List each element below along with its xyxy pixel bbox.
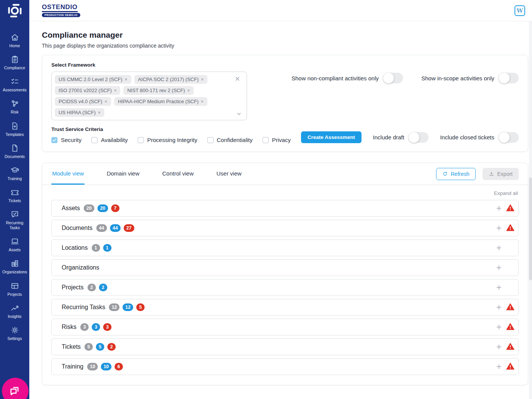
checkbox-unchecked-icon[interactable] [207,137,213,143]
tab-control-view[interactable]: Control view [161,163,194,185]
ostendio-brand[interactable]: OSTENDIO PRODUCTION DEMO.IO [42,4,80,17]
module-row-documents[interactable]: Documents 444427 + [51,220,519,236]
count-badge-blue: 10 [101,363,111,370]
sidebar-item-organizations[interactable]: Organizations [0,259,29,275]
count-badge-red: 5 [136,303,145,311]
chip-remove-icon[interactable]: × [125,77,127,82]
framework-chip[interactable]: HIPAA-HICP Medium Practice (SCF) × [114,97,207,106]
sidebar-item-projects[interactable]: Projects [0,281,29,297]
chevron-down-icon[interactable] [236,111,242,117]
module-row-recurring-tasks[interactable]: Recurring Tasks 12125 + [51,299,519,316]
refresh-button[interactable]: Refresh [436,168,476,180]
checkbox-checked-icon[interactable] [51,137,57,143]
projects-icon [10,281,19,290]
count-badge-gray: 12 [109,303,119,311]
include-draft-toggle[interactable] [409,132,428,143]
expand-plus-icon[interactable]: + [494,243,504,252]
chip-remove-icon[interactable]: × [98,110,100,115]
sidebar-item-home[interactable]: Home [0,33,29,48]
framework-chip[interactable]: ISO 27001 v2022 (SCF) × [55,86,120,95]
chip-remove-icon[interactable]: × [201,99,204,104]
warning-icon [506,204,515,213]
count-badge-blue: 3 [92,323,100,331]
chip-remove-icon[interactable]: × [187,88,190,93]
noncompliant-toggle[interactable] [383,73,403,83]
clear-selection-icon[interactable] [234,76,241,82]
page-scrollbar[interactable] [529,21,532,399]
framework-chip[interactable]: AICPA SOC 2 (2017) (SCF) × [134,75,207,84]
criterion-availability[interactable]: Availability [91,137,128,143]
sidebar-item-tickets[interactable]: Tickets [0,188,29,203]
module-row-risks[interactable]: Risks 333 + [51,319,519,335]
count-badge-gray: 5 [84,343,93,351]
count-badge-gray: 20 [84,204,94,212]
criterion-privacy[interactable]: Privacy [263,137,291,143]
chip-remove-icon[interactable]: × [105,99,107,104]
include-closed-label: Include closed tickets [440,134,494,140]
framework-chip[interactable]: PCIDSS v4.0 (SCF) × [55,97,111,106]
documents-icon [10,144,19,153]
count-badge-red: 3 [103,323,111,331]
sidebar-item-risk[interactable]: Risk [0,99,29,115]
ostendio-logo-mark-icon[interactable] [0,0,29,21]
sidebar-item-recurring-tasks[interactable]: Recurring Tasks [0,210,29,230]
expand-plus-icon[interactable]: + [494,204,504,213]
criterion-security[interactable]: Security [51,137,81,143]
sidebar-item-assets[interactable]: Assets [0,237,29,252]
sidebar-item-documents[interactable]: Documents [0,144,29,159]
trust-criteria-row: Security Availability Processing Integri… [51,137,291,143]
sidebar-item-settings[interactable]: Settings [0,326,29,341]
chip-remove-icon[interactable]: × [201,77,204,82]
expand-plus-icon[interactable]: + [494,223,504,233]
count-badge-blue: 1 [103,244,111,252]
browser-extension-button[interactable]: W [514,5,525,16]
expand-plus-icon[interactable]: + [494,283,504,292]
tab-user-view[interactable]: User view [216,163,242,185]
inscope-toggle[interactable] [499,73,519,83]
export-button[interactable]: Export [483,168,519,180]
module-row-assets[interactable]: Assets 20207 + [51,200,519,217]
expand-plus-icon[interactable]: + [494,322,504,332]
count-badge-gray: 10 [87,363,98,370]
framework-chips: US CMMC 2.0 Level 2 (SCF) × AICPA SOC 2 … [55,75,228,117]
chip-remove-icon[interactable]: × [114,88,116,93]
framework-chip[interactable]: NIST 800-171 rev 2 (SCF) × [123,86,194,95]
module-row-projects[interactable]: Projects 22 + [51,279,519,296]
criterion-processing-integrity[interactable]: Processing Integrity [138,137,198,143]
tab-module-view[interactable]: Module view [51,163,84,185]
sidebar-item-compliance[interactable]: Compliance [0,55,29,70]
count-badge-gray: 3 [80,323,89,331]
create-assessment-button[interactable]: Create Assessment [301,131,362,143]
include-draft-label: Include draft [373,134,405,140]
expand-plus-icon[interactable]: + [494,342,504,351]
sidebar-item-training[interactable]: Training [0,166,29,181]
compliance-icon [10,55,19,64]
checkbox-unchecked-icon[interactable] [263,137,269,143]
filters-panel: Select Framework US CMMC 2.0 Level 2 (SC… [42,55,528,152]
criterion-confidentiality[interactable]: Confidentiality [207,137,253,143]
sidebar-item-assessments[interactable]: Assessments [0,77,29,93]
warning-icon [506,342,515,351]
expand-all-link[interactable]: Expand all [494,190,518,196]
views-panel: Module view Domain view Control view Use… [42,163,528,385]
expand-plus-icon[interactable]: + [494,263,504,272]
count-badge-gray: 1 [92,244,100,252]
checkbox-unchecked-icon[interactable] [138,137,144,143]
expand-plus-icon[interactable]: + [494,362,504,371]
page-title: Compliance manager [42,30,528,40]
sidebar-item-insights[interactable]: Insights [0,303,29,319]
sidebar-item-templates[interactable]: Templates [0,121,29,137]
include-closed-toggle[interactable] [499,132,519,143]
module-row-locations[interactable]: Locations 11 + [51,239,519,256]
module-row-organizations[interactable]: Organizations + [51,259,519,276]
refresh-icon [442,171,448,177]
module-row-training[interactable]: Training 10106 + [51,358,519,375]
sidebar-nav: Home Compliance Assessments Risk Templat… [0,21,29,341]
tab-domain-view[interactable]: Domain view [106,163,140,185]
framework-chip[interactable]: US HIPAA (SCF) × [55,108,104,117]
framework-multiselect[interactable]: US CMMC 2.0 Level 2 (SCF) × AICPA SOC 2 … [51,72,247,120]
framework-chip[interactable]: US CMMC 2.0 Level 2 (SCF) × [55,75,131,84]
module-row-tickets[interactable]: Tickets 552 + [51,338,519,355]
checkbox-unchecked-icon[interactable] [91,137,97,143]
expand-plus-icon[interactable]: + [494,303,504,312]
